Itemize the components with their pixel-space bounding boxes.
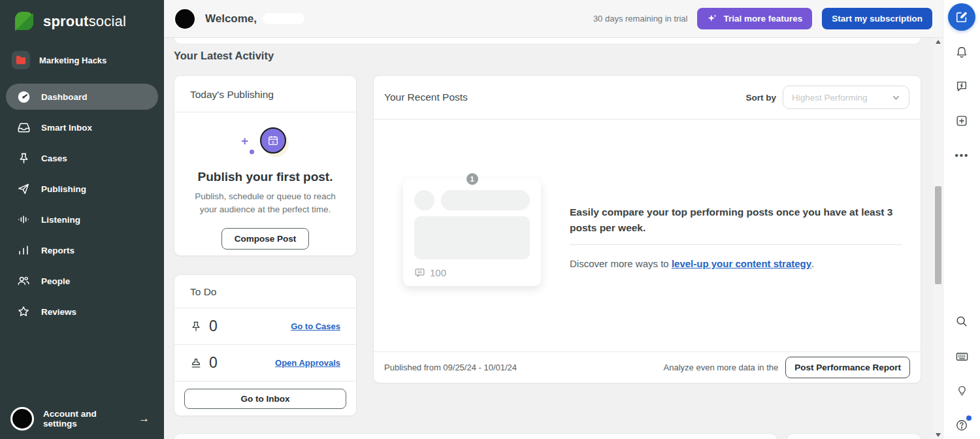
sidebar-item-people[interactable]: People <box>6 268 158 294</box>
main-content: Your Latest Activity Today's Publishing … <box>164 38 934 439</box>
add-post-button[interactable] <box>955 114 969 128</box>
notifications-button[interactable] <box>955 45 969 59</box>
sidebar-item-reviews[interactable]: Reviews <box>6 299 158 325</box>
scroll-down-arrow[interactable] <box>936 433 941 437</box>
help-button[interactable] <box>955 418 969 432</box>
scrollbar-thumb[interactable] <box>935 186 941 284</box>
sidebar-item-smart-inbox[interactable]: Smart Inbox <box>6 114 158 140</box>
sidebar-group-label: Marketing Hacks <box>39 56 106 65</box>
skeleton-meta-row: 100 <box>414 267 530 278</box>
todo-card: To Do 0 Go to Cases 0 Open Approvals Go … <box>174 274 357 416</box>
plus-decoration: + <box>241 134 248 148</box>
people-icon <box>16 274 31 288</box>
message-boost-button[interactable] <box>955 79 969 93</box>
go-to-cases-link[interactable]: Go to Cases <box>291 321 340 331</box>
sidebar-item-label: Reports <box>41 246 74 255</box>
sidebar-item-label: Cases <box>41 154 67 163</box>
sidebar-item-publishing[interactable]: Publishing <box>6 176 158 202</box>
sidebar: sproutsocial Marketing Hacks Dashboard S… <box>0 0 164 439</box>
content-strategy-link[interactable]: level-up your content strategy <box>672 258 811 269</box>
sidebar-item-label: Reviews <box>41 307 76 317</box>
calendar-icon <box>260 127 286 154</box>
skeleton-title-bar <box>441 190 530 210</box>
start-subscription-button[interactable]: Start my subscription <box>822 8 932 29</box>
approvals-count: 0 <box>209 354 218 372</box>
compose-icon <box>955 10 968 24</box>
open-approvals-link[interactable]: Open Approvals <box>275 358 340 368</box>
compose-post-button[interactable]: Compose Post <box>221 228 310 250</box>
discover-prefix: Discover more ways to <box>570 258 672 269</box>
sort-dropdown[interactable]: Highest Performing <box>783 86 909 109</box>
next-section-card-edge <box>174 433 777 439</box>
keyboard-shortcuts-button[interactable] <box>955 349 969 363</box>
brand-name-bold: sprout <box>43 13 89 29</box>
inbox-icon <box>16 120 31 135</box>
scroll-up-arrow[interactable] <box>936 40 941 44</box>
brand-logo[interactable]: sproutsocial <box>0 0 164 43</box>
go-to-inbox-button[interactable]: Go to Inbox <box>184 389 346 409</box>
search-button[interactable] <box>955 314 969 329</box>
start-subscription-label: Start my subscription <box>832 14 923 24</box>
compare-posts-message: Easily compare your top performing posts… <box>570 204 900 236</box>
todo-row-cases: 0 Go to Cases <box>174 308 356 344</box>
sort-by-label: Sort by <box>745 93 776 103</box>
todo-card-header: To Do <box>174 275 356 308</box>
sidebar-group-marketing-hacks[interactable]: Marketing Hacks <box>0 43 164 78</box>
arrow-right-icon: → <box>139 412 150 425</box>
bell-icon <box>955 46 968 59</box>
sidebar-item-dashboard[interactable]: Dashboard <box>6 84 158 110</box>
publish-first-post-heading: Publish your first post. <box>198 170 333 184</box>
scrolled-card-edge <box>174 38 921 44</box>
recent-posts-title: Your Recent Posts <box>384 91 468 103</box>
todays-publishing-card: Today's Publishing + Publish your first … <box>174 75 357 256</box>
comment-count: 100 <box>430 267 446 278</box>
skeleton-avatar <box>414 190 434 210</box>
recent-posts-header: Your Recent Posts Sort by Highest Perfor… <box>374 76 921 120</box>
sidebar-item-label: Listening <box>41 215 80 225</box>
todo-card-footer: Go to Inbox <box>174 381 356 416</box>
message-lightning-icon <box>955 80 968 93</box>
vertical-scrollbar[interactable] <box>934 38 943 439</box>
discover-line: Discover more ways to level-up your cont… <box>570 258 814 269</box>
help-icon <box>955 419 968 432</box>
brand-name: sproutsocial <box>43 13 126 30</box>
brand-name-light: social <box>89 13 126 29</box>
next-section-side-card-edge <box>787 433 921 439</box>
skeleton-author-row <box>414 190 530 210</box>
topbar: Welcome, 30 days remaining in trial Tria… <box>164 0 943 38</box>
ideas-button[interactable] <box>955 383 969 398</box>
user-avatar[interactable] <box>173 7 197 31</box>
recent-posts-card: Your Recent Posts Sort by Highest Perfor… <box>373 75 921 383</box>
search-icon <box>955 315 968 328</box>
sidebar-item-label: People <box>41 276 70 286</box>
footer-actions: Analyze even more data in the Post Perfo… <box>664 357 910 378</box>
paper-plane-icon <box>16 182 31 196</box>
sidebar-nav: Dashboard Smart Inbox Cases Publishing L… <box>0 84 164 325</box>
analyze-more-text: Analyze even more data in the <box>664 363 779 372</box>
post-rank-badge: 1 <box>465 172 480 186</box>
publish-illustration: + <box>236 126 295 160</box>
todo-row-approvals: 0 Open Approvals <box>174 344 356 381</box>
publish-description: Publish, schedule or queue to reach your… <box>186 190 344 217</box>
sprout-leaf-icon <box>13 10 35 33</box>
welcome-text: Welcome, <box>205 12 257 25</box>
help-notification-dot <box>966 415 972 421</box>
account-settings-label: Account and settings <box>43 409 129 429</box>
sidebar-item-reports[interactable]: Reports <box>6 237 158 263</box>
recent-posts-footer: Published from 09/25/24 - 10/01/24 Analy… <box>374 351 921 383</box>
sidebar-item-label: Smart Inbox <box>41 123 92 133</box>
divider <box>570 244 902 245</box>
post-performance-report-button[interactable]: Post Performance Report <box>785 357 910 378</box>
todo-card-title: To Do <box>190 286 340 298</box>
gauge-icon <box>16 89 31 104</box>
published-range-text: Published from 09/25/24 - 10/01/24 <box>384 363 517 372</box>
account-and-settings[interactable]: Account and settings → <box>0 398 164 439</box>
topbar-actions: 30 days remaining in trial Trial more fe… <box>593 8 932 29</box>
approval-stamp-icon <box>190 357 202 369</box>
sidebar-item-cases[interactable]: Cases <box>6 145 158 171</box>
compose-button[interactable] <box>948 3 975 31</box>
more-options-button[interactable]: ••• <box>943 150 980 161</box>
trial-more-features-button[interactable]: Trial more features <box>697 8 812 29</box>
sidebar-item-label: Publishing <box>41 184 86 194</box>
sidebar-item-listening[interactable]: Listening <box>6 206 158 233</box>
